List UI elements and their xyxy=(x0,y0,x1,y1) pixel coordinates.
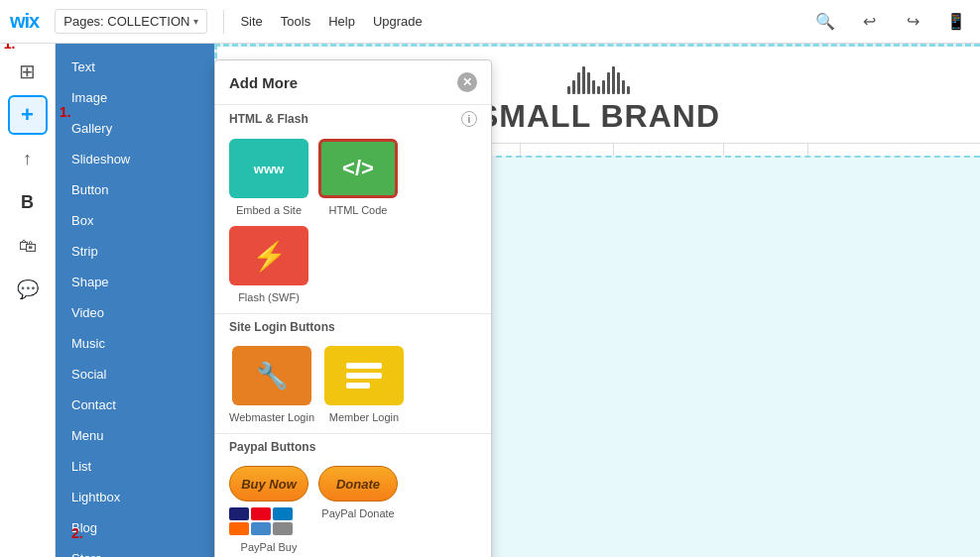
add-lightbox[interactable]: Lightbox xyxy=(56,482,214,512)
login-section-label: Site Login Buttons xyxy=(229,320,335,334)
store-button[interactable]: 🛍 xyxy=(8,226,48,266)
webmaster-login-label: Webmaster Login xyxy=(229,411,314,423)
wix-logo: wix xyxy=(10,10,39,33)
html-code-item[interactable]: </> HTML Code xyxy=(318,139,398,216)
mobile-icon[interactable]: 📱 xyxy=(942,8,970,36)
webmaster-login-item[interactable]: 🔧 Webmaster Login xyxy=(229,346,314,423)
add-video[interactable]: Video xyxy=(56,297,214,328)
paypal-donate-item[interactable]: Donate PayPal Donate xyxy=(318,466,398,553)
upload-button[interactable]: ↑ xyxy=(8,139,48,178)
paypal-donate-button[interactable]: Donate xyxy=(318,466,398,501)
add-music[interactable]: Music xyxy=(56,328,214,359)
visa-card xyxy=(229,507,249,520)
pages-button[interactable]: ⊞ xyxy=(8,52,48,91)
mc-card xyxy=(251,507,271,520)
add-menu[interactable]: Menu xyxy=(56,420,214,451)
paypal-section-label: Paypal Buttons xyxy=(229,440,315,454)
paypal-buy-button[interactable]: Buy Now xyxy=(229,466,308,501)
search-icon[interactable]: 🔍 xyxy=(811,8,839,36)
info-icon[interactable]: i xyxy=(461,111,477,127)
paypal-buy-item[interactable]: Buy Now PayPal Buy xyxy=(229,466,308,553)
embed-site-box: www xyxy=(229,139,308,198)
member-login-label: Member Login xyxy=(329,411,399,423)
add-social[interactable]: Social xyxy=(56,359,214,390)
add-slideshow[interactable]: Slideshow xyxy=(56,144,214,174)
add-box[interactable]: Box xyxy=(56,205,214,236)
paypal-grid: Buy Now PayPal Buy Donate PayPal Donate xyxy=(215,460,491,557)
step-1-overlay: 1. xyxy=(60,104,71,120)
add-contact[interactable]: Contact xyxy=(56,390,214,420)
add-shape[interactable]: Shape xyxy=(56,267,214,297)
pages-dropdown[interactable]: Pages: COLLECTION ▾ xyxy=(55,9,207,34)
nav-help[interactable]: Help xyxy=(328,14,355,29)
add-list[interactable]: List xyxy=(56,451,214,482)
caret-icon: ▾ xyxy=(193,16,198,27)
chat-button[interactable]: 💬 xyxy=(8,270,48,309)
blog-icon-btn[interactable]: B xyxy=(8,182,48,222)
html-flash-grid: www Embed a Site </> HTML Code ⚡ Flash (… xyxy=(215,133,491,309)
add-strip[interactable]: Strip xyxy=(56,236,214,267)
extra-card2 xyxy=(273,522,293,535)
flash-box: ⚡ xyxy=(229,226,308,285)
flash-item[interactable]: ⚡ Flash (SWF) xyxy=(229,226,308,303)
paypal-buy-label: PayPal Buy xyxy=(241,541,298,553)
paypal-donate-label: PayPal Donate xyxy=(321,507,394,519)
flash-label: Flash (SWF) xyxy=(238,291,300,303)
html-code-box: </> xyxy=(318,139,398,198)
extra-card xyxy=(251,522,271,535)
pages-label: Pages: COLLECTION xyxy=(63,14,189,29)
html-code-label: HTML Code xyxy=(329,204,388,216)
add-button[interactable]: + xyxy=(8,95,48,135)
member-login-lines xyxy=(346,363,382,389)
add-more-panel: Add More ✕ HTML & Flash i www Embed a Si… xyxy=(214,59,492,557)
member-login-box xyxy=(324,346,404,405)
add-image[interactable]: Image xyxy=(56,82,214,113)
embed-site-label: Embed a Site xyxy=(236,204,302,216)
login-grid: 🔧 Webmaster Login Member Login xyxy=(215,340,491,429)
redo-icon[interactable]: ↪ xyxy=(899,8,926,36)
add-text[interactable]: Text xyxy=(56,52,214,82)
add-sidebar: Text Image Gallery Slideshow Button Box … xyxy=(56,44,214,557)
html-flash-label: HTML & Flash xyxy=(229,112,308,126)
disc-card xyxy=(229,522,249,535)
webmaster-login-box: 🔧 xyxy=(232,346,311,405)
paypal-cards xyxy=(229,507,308,535)
undo-icon[interactable]: ↩ xyxy=(855,8,883,36)
amex-card xyxy=(273,507,293,520)
close-button[interactable]: ✕ xyxy=(457,72,477,92)
toolbar-divider xyxy=(223,10,224,34)
toolbar: wix Pages: COLLECTION ▾ Site Tools Help … xyxy=(0,0,980,44)
step-2-overlay: 2. xyxy=(71,525,83,541)
panel-header: Add More ✕ xyxy=(215,60,491,100)
nav-upgrade[interactable]: Upgrade xyxy=(373,14,423,29)
embed-site-item[interactable]: www Embed a Site xyxy=(229,139,308,216)
html-flash-section: HTML & Flash i xyxy=(215,104,491,133)
nav-site[interactable]: Site xyxy=(240,14,262,29)
toolbar-nav: Site Tools Help Upgrade xyxy=(240,14,422,29)
nav-tools[interactable]: Tools xyxy=(281,14,310,29)
paypal-section: Paypal Buttons xyxy=(215,433,491,460)
toolbar-right: 🔍 ↩ ↪ 📱 xyxy=(811,8,970,36)
icon-sidebar: ⊞ + ↑ B 🛍 💬 1. xyxy=(0,44,56,557)
add-gallery[interactable]: Gallery xyxy=(56,113,214,144)
add-store[interactable]: Store xyxy=(56,543,214,557)
member-login-item[interactable]: Member Login xyxy=(324,346,404,423)
login-section: Site Login Buttons xyxy=(215,313,491,340)
panel-title: Add More xyxy=(229,74,298,91)
html-icon: </> xyxy=(342,156,374,181)
add-button[interactable]: Button xyxy=(56,174,214,205)
